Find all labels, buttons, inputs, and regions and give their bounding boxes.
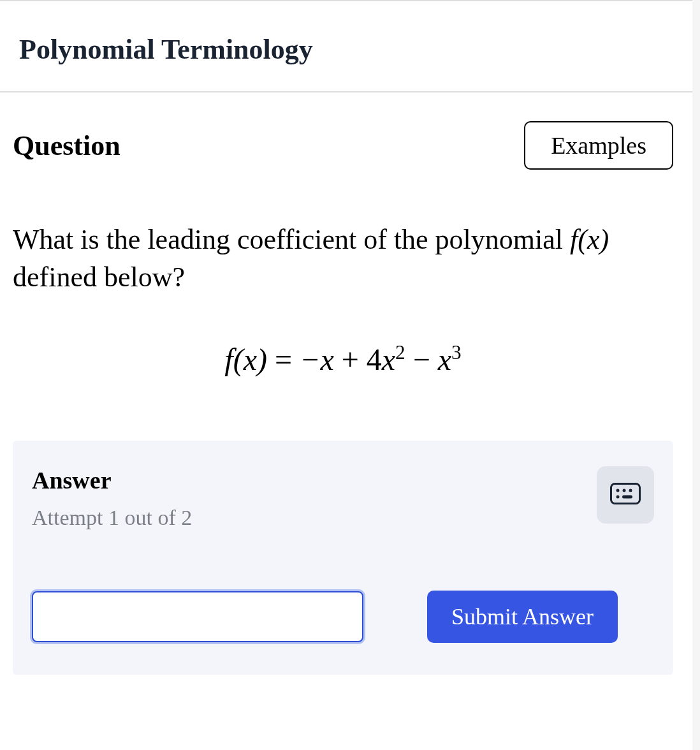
answer-input-row: Submit Answer: [32, 591, 654, 643]
keyboard-button[interactable]: [597, 466, 654, 524]
svg-point-4: [616, 496, 620, 499]
eq-equals: =: [267, 342, 300, 376]
answer-input[interactable]: [32, 591, 363, 642]
eq-term1: −x: [300, 342, 334, 376]
svg-rect-0: [611, 484, 640, 504]
question-heading: Question: [13, 129, 120, 162]
svg-point-1: [616, 489, 620, 492]
prompt-text-pre: What is the leading coefficient of the p…: [13, 224, 570, 255]
svg-point-3: [629, 489, 632, 492]
prompt-fx: f(x): [570, 224, 609, 255]
page-title: Polynomial Terminology: [19, 33, 673, 66]
answer-panel: Answer Attempt 1 out of 2 Sub: [13, 441, 673, 675]
svg-point-2: [623, 489, 626, 492]
eq-term2-coef: 4: [367, 342, 382, 376]
prompt-text-post: defined below?: [13, 261, 185, 293]
answer-header-left: Answer Attempt 1 out of 2: [32, 466, 192, 530]
page-header: Polynomial Terminology: [0, 0, 692, 92]
submit-answer-button[interactable]: Submit Answer: [427, 591, 618, 643]
examples-button[interactable]: Examples: [524, 121, 673, 170]
content-area: Question Examples What is the leading co…: [0, 92, 692, 675]
eq-term2-exp: 2: [395, 341, 405, 364]
eq-lhs: f(x): [224, 342, 267, 376]
svg-rect-5: [622, 496, 632, 499]
keyboard-icon: [610, 483, 641, 506]
answer-header: Answer Attempt 1 out of 2: [32, 466, 654, 530]
answer-heading: Answer: [32, 466, 192, 494]
question-prompt: What is the leading coefficient of the p…: [13, 221, 673, 297]
eq-op1: +: [334, 342, 367, 376]
eq-term2-var: x: [382, 342, 395, 376]
polynomial-equation: f(x) = −x + 4x2 − x3: [13, 341, 673, 377]
eq-op2: −: [405, 342, 438, 376]
eq-term3-var: x: [438, 342, 451, 376]
attempt-counter: Attempt 1 out of 2: [32, 506, 192, 530]
question-row: Question Examples: [13, 121, 673, 170]
eq-term3-exp: 3: [451, 341, 462, 364]
